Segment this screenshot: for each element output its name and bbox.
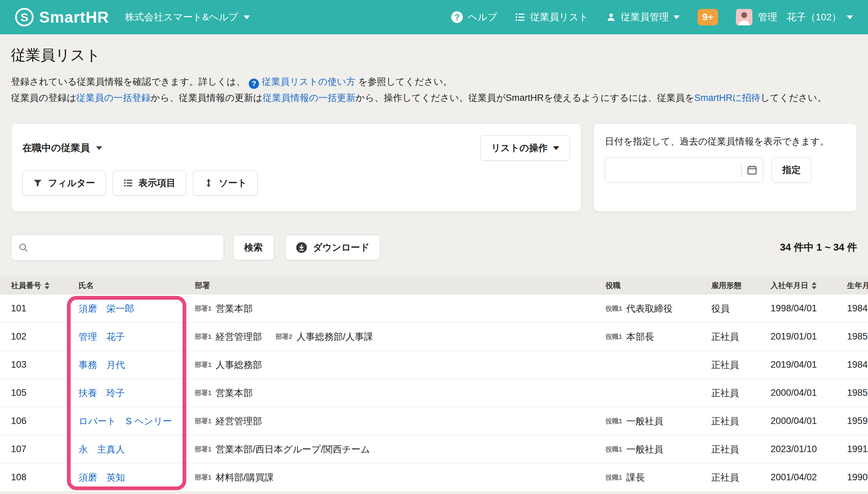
employee-name-link[interactable]: 須磨 英知 xyxy=(79,472,125,483)
sort-hire-date-button[interactable] xyxy=(812,282,817,289)
cell-employment-type: 正社員 xyxy=(711,331,771,343)
input-divider xyxy=(741,163,742,177)
employee-name-link[interactable]: 管理 花子 xyxy=(79,332,125,342)
nav-employee-management[interactable]: 従業員管理 xyxy=(606,11,680,24)
cell-employee-id: 106 xyxy=(11,416,79,426)
cell-role: 役職1 課長 xyxy=(606,471,711,484)
cell-birth-date: 1985 xyxy=(847,388,868,398)
cell-employment-type: 正社員 xyxy=(711,443,771,456)
filter-button[interactable]: フィルター xyxy=(22,170,106,196)
search-button[interactable]: 検索 xyxy=(233,235,274,260)
date-input[interactable] xyxy=(605,157,763,183)
usage-guide-link[interactable]: 従業員リストの使い方 xyxy=(262,77,355,87)
cell-birth-date: 1984 xyxy=(847,359,868,370)
invite-link[interactable]: SmartHRに招待 xyxy=(694,93,761,103)
download-icon xyxy=(296,242,307,253)
role-value: 一般社員 xyxy=(626,415,664,427)
chevron-down-icon xyxy=(847,15,853,19)
main-content: 従業員リスト 登録されている従業員情報を確認できます。詳しくは、?従業員リストの… xyxy=(0,47,868,492)
nav-help[interactable]: ? ヘルプ xyxy=(451,11,497,24)
cell-hire-date: 2019/04/01 xyxy=(771,359,847,370)
dept2-value: 人事総務部/人事課 xyxy=(296,331,373,343)
dept1-label: 部署1 xyxy=(195,473,212,482)
col-header-department: 部署 xyxy=(195,280,210,291)
col-header-employee-id: 社員番号 xyxy=(11,280,41,291)
brand-name: SmartHR xyxy=(39,8,109,26)
role-value: 代表取締役 xyxy=(626,302,673,315)
dept1-group: 部署1 経営管理部 xyxy=(195,331,262,343)
nav-employee-list[interactable]: 従業員リスト xyxy=(515,11,588,24)
cell-employee-id: 102 xyxy=(11,331,79,342)
sort-down-icon xyxy=(45,286,49,289)
dept1-group: 部署1 営業本部 xyxy=(195,302,253,315)
cell-hire-date: 2001/04/02 xyxy=(771,472,847,483)
dept1-group: 部署1 材料部/購買課 xyxy=(195,471,274,484)
cell-employee-id: 103 xyxy=(11,359,79,370)
dept1-value: 経営管理部 xyxy=(216,415,262,427)
search-icon xyxy=(18,242,28,253)
dept1-group: 部署1 営業本部 xyxy=(195,387,253,399)
employee-name-link[interactable]: 須磨 栄一郎 xyxy=(79,303,134,314)
sort-button[interactable]: ソート xyxy=(193,170,258,196)
dept2-label: 部署2 xyxy=(276,332,293,341)
search-input[interactable] xyxy=(33,242,217,253)
cell-department: 部署1 営業本部 部署2 xyxy=(195,387,606,399)
table-row: 102 管理 花子 部署1 経営管理部 部署2 人事総務部/人事課 役職1 本部… xyxy=(0,323,868,351)
dept1-label: 部署1 xyxy=(195,389,212,398)
cell-birth-date: 1985 xyxy=(847,331,868,342)
table-row: 105 扶養 玲子 部署1 営業本部 部署2 役職1 正社員 2000/04/0… xyxy=(0,379,868,407)
result-count: 34 件中 1 ~ 34 件 xyxy=(780,241,857,254)
role-label: 役職1 xyxy=(606,304,622,313)
employee-name-link[interactable]: ロバート S ヘンリー xyxy=(79,416,172,426)
notification-badge[interactable]: 9+ xyxy=(697,9,718,25)
cell-birth-date: 1959 xyxy=(847,416,868,426)
cell-hire-date: 2019/01/01 xyxy=(771,331,847,342)
cell-department: 部署1 人事総務部 部署2 xyxy=(195,359,606,371)
bulk-update-link[interactable]: 従業員情報の一括更新 xyxy=(262,93,355,103)
search-box[interactable] xyxy=(11,234,224,261)
download-button[interactable]: ダウンロード xyxy=(285,235,380,260)
table-row: 108 須磨 英知 部署1 材料部/購買課 部署2 役職1 課長 正社員 200… xyxy=(0,463,868,492)
cell-department: 部署1 営業本部 部署2 xyxy=(195,302,606,315)
cell-birth-date: 1984 xyxy=(847,303,868,314)
user-name: 管理 花子（102） xyxy=(758,11,841,24)
sort-up-icon xyxy=(812,282,817,285)
description-line-1: 登録されている従業員情報を確認できます。詳しくは、?従業員リストの使い方 を参照… xyxy=(11,74,857,90)
dept1-label: 部署1 xyxy=(195,360,212,369)
date-input-field[interactable] xyxy=(611,165,736,175)
role-label: 役職1 xyxy=(606,473,622,482)
role-group: 役職1 一般社員 xyxy=(606,443,664,456)
search-row: 検索 ダウンロード 34 件中 1 ~ 34 件 xyxy=(11,234,857,261)
employment-status-dropdown[interactable]: 在職中の従業員 xyxy=(22,141,102,154)
table-header-row: 社員番号 氏名 部署 役職 雇用形態 入社年月日 生年月 xyxy=(0,276,868,295)
calendar-icon[interactable] xyxy=(747,164,758,175)
role-label: 役職1 xyxy=(606,332,622,341)
dept1-label: 部署1 xyxy=(195,445,212,454)
role-group: 役職1 本部長 xyxy=(606,331,654,343)
dept1-value: 経営管理部 xyxy=(216,331,262,343)
dept2-group: 部署2 人事総務部/人事課 xyxy=(276,331,373,343)
cell-employment-type: 正社員 xyxy=(711,415,771,427)
table-body: 101 須磨 栄一郎 部署1 営業本部 部署2 役職1 代表取締役 役員 199… xyxy=(0,295,868,492)
bulk-register-link[interactable]: 従業員の一括登録 xyxy=(76,93,151,103)
top-bar: S SmartHR 株式会社スマート&ヘルプ ? ヘルプ 従業員リスト 従業員管… xyxy=(0,0,868,34)
company-selector[interactable]: 株式会社スマート&ヘルプ xyxy=(125,11,250,24)
display-columns-button[interactable]: 表示項目 xyxy=(113,170,186,196)
table-row: 101 須磨 栄一郎 部署1 営業本部 部署2 役職1 代表取締役 役員 199… xyxy=(0,295,868,323)
cell-employment-type: 役員 xyxy=(711,302,771,315)
dept1-value: 人事総務部 xyxy=(216,359,262,371)
list-operations-button[interactable]: リストの操作 xyxy=(480,135,570,161)
employee-name-link[interactable]: 事務 月代 xyxy=(79,360,125,370)
date-submit-button[interactable]: 指定 xyxy=(772,157,811,183)
user-menu[interactable]: 管理 花子（102） xyxy=(736,9,853,25)
smarthr-logo[interactable]: S SmartHR xyxy=(15,8,109,26)
dept1-label: 部署1 xyxy=(195,332,212,341)
employee-name-link[interactable]: 永 主真人 xyxy=(79,444,125,455)
role-label: 役職1 xyxy=(606,417,622,426)
cell-employee-id: 105 xyxy=(11,388,79,398)
col-header-name: 氏名 xyxy=(79,280,94,291)
person-icon xyxy=(606,12,616,22)
employee-name-link[interactable]: 扶養 玲子 xyxy=(79,388,125,398)
sort-employee-id-button[interactable] xyxy=(45,282,49,289)
cell-birth-date: 1990 xyxy=(847,472,868,483)
